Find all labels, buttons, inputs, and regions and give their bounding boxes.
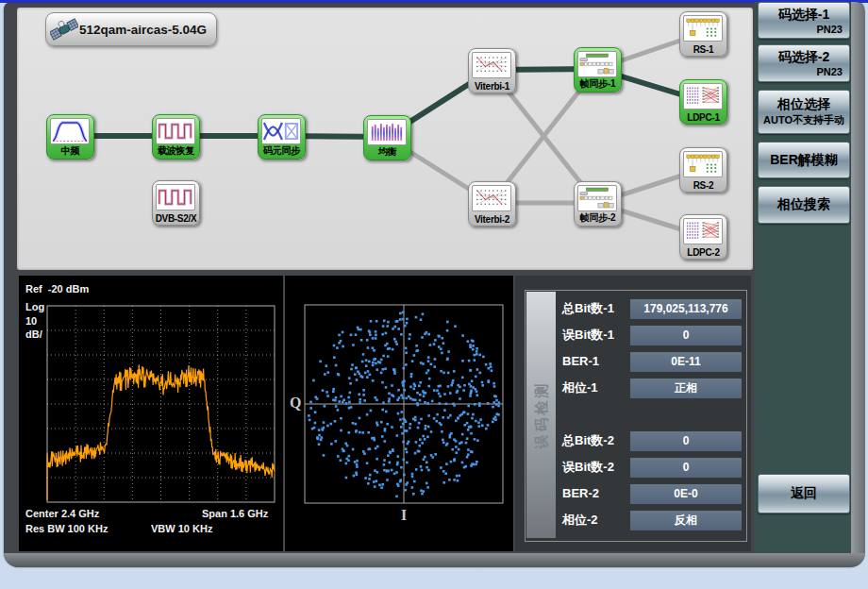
ber-panel: 误码检测 总Bit数-1179,025,113,776误Bit数-10BER-1… [515,276,751,551]
sidebar: 码选择-1PN23码选择-2PN23相位选择AUTO不支持手动BER解模糊相位搜… [755,2,851,553]
flow-block-symsync[interactable]: 码元同步 [258,114,306,160]
flow-block-label: LDPC-1 [680,112,726,123]
sidebar-button-label: 相位搜索 [759,196,849,213]
bandpass-icon [50,118,90,144]
window-top-edge [0,0,868,3]
flow-block-label: RS-2 [680,180,726,191]
window-bottom-edge [4,553,865,567]
ber-value-2: 0 [630,326,742,345]
sidebar-button-5[interactable]: 相位搜索 [758,186,850,224]
spectrum-scale-label: 10 [25,315,37,327]
flow-block-viterbi2[interactable]: Viterbi-2 [468,181,516,227]
sidebar-button-sublabel: PN23 [759,24,849,35]
sidebar-button-label: 相位选择 [759,96,849,113]
framesync-icon [577,185,617,211]
spectrum-center-label: Center 2.4 GHz [25,508,99,519]
trellis-icon [472,185,511,211]
flow-block-dvbs2x[interactable]: DVB-S2/X [152,180,200,226]
ber-row-label-4: 相位-1 [562,378,598,398]
framesync-icon [577,51,617,77]
flow-block-label: 帧同步-1 [575,77,621,91]
flow-block-ldpc2[interactable]: LDPC-2 [679,214,727,260]
flow-block-label: 中频 [47,144,93,158]
spectrum-perdiv-label: dB/ [25,328,42,340]
constellation-plot [285,276,513,551]
sidebar-button-2[interactable]: 码选择-2PN23 [758,44,850,82]
flow-block-label: RS-1 [680,44,726,55]
flow-block-eq[interactable]: 均衡 [363,115,411,160]
rs-icon [683,15,723,42]
flow-block-label: 载波恢复 [153,144,199,158]
sidebar-button-3[interactable]: 相位选择AUTO不支持手动 [758,90,850,134]
sidebar-button-sublabel: AUTO不支持手动 [759,113,849,127]
ber-value-4: 正相 [630,379,742,398]
spectrum-ref-label: Ref -20 dBm [25,283,89,294]
ber-row-label-7: BER-2 [562,483,599,504]
flow-block-label: 码元同步 [259,144,305,158]
flow-block-framesync2[interactable]: 帧同步-2 [574,181,622,227]
ber-row-label-6: 误Bit数-2 [562,457,614,478]
flow-block-rs1[interactable]: RS-1 [679,11,727,57]
return-button[interactable]: 返回 [758,474,850,513]
flow-block-ldpc1[interactable]: LDPC-1 [679,79,727,125]
sidebar-button-sublabel: PN23 [759,66,849,77]
sidebar-button-label: BER解模糊 [759,152,849,169]
flow-block-if[interactable]: 中频 [46,114,94,160]
sidebar-button-label: 码选择-2 [759,49,849,66]
signal-source-button[interactable]: 512qam-aircas-5.04G [45,12,217,46]
ber-value-7: 0E-0 [630,484,742,504]
ber-side-label: 误码检测 [532,381,550,449]
spectrum-vbw-label: VBW 10 KHz [151,523,212,534]
sidebar-button-1[interactable]: 码选择-1PN23 [758,2,850,39]
ber-side-bar: 误码检测 [526,292,556,538]
spectrum-log-label: Log [25,301,44,312]
ldpc-icon [683,83,723,109]
i-axis-label: I [401,507,407,524]
sidebar-button-4[interactable]: BER解模糊 [758,142,850,178]
squarewave-icon [156,184,195,210]
ber-row-label-5: 总Bit数-2 [562,430,614,451]
flow-block-label: Viterbi-2 [469,214,515,225]
sidebar-button-label: 码选择-1 [759,7,849,24]
ber-row-label-1: 总Bit数-1 [562,298,614,319]
q-axis-label: Q [290,395,301,412]
ber-value-6: 0 [630,458,742,478]
signal-source-label: 512qam-aircas-5.04G [79,23,207,37]
ber-row-label-8: 相位-2 [562,510,598,530]
ber-value-3: 0E-11 [630,352,742,372]
flow-block-label: LDPC-2 [680,247,726,258]
flow-block-label: 帧同步-2 [575,211,621,225]
flow-block-carrier[interactable]: 载波恢复 [152,114,200,160]
flow-block-viterbi1[interactable]: Viterbi-1 [468,48,516,93]
flow-block-label: 均衡 [364,145,410,159]
eye-icon [261,118,301,144]
squarewave-icon [156,118,195,144]
ber-value-1: 179,025,113,776 [630,299,742,319]
window-right-edge [850,2,865,567]
spectrum-panel: Ref -20 dBm Log 10 dB/ Center 2.4 GHz Sp… [19,276,283,551]
constellation-panel: Q I [285,276,513,551]
trellis-icon [472,52,511,78]
ber-row-label-2: 误Bit数-1 [562,325,614,345]
spectrum-rbw-label: Res BW 100 KHz [25,523,108,534]
flow-block-rs2[interactable]: RS-2 [679,147,727,193]
return-button-label: 返回 [759,485,849,502]
spectrum-span-label: Span 1.6 GHz [202,508,268,519]
satellite-icon [50,15,78,43]
rs-icon [683,151,723,177]
flow-block-label: Viterbi-1 [469,81,515,92]
ldpc-icon [683,218,723,244]
ber-value-8: 反相 [630,511,742,530]
flow-block-framesync1[interactable]: 帧同步-1 [574,47,622,93]
flow-diagram-area: 512qam-aircas-5.04G 中频载波恢复码元同步均衡DVB-S2/X… [17,8,753,270]
flow-block-label: DVB-S2/X [153,213,199,224]
equalizer-icon [367,119,407,145]
ber-value-5: 0 [630,431,742,451]
ber-row-label-3: BER-1 [562,351,599,372]
